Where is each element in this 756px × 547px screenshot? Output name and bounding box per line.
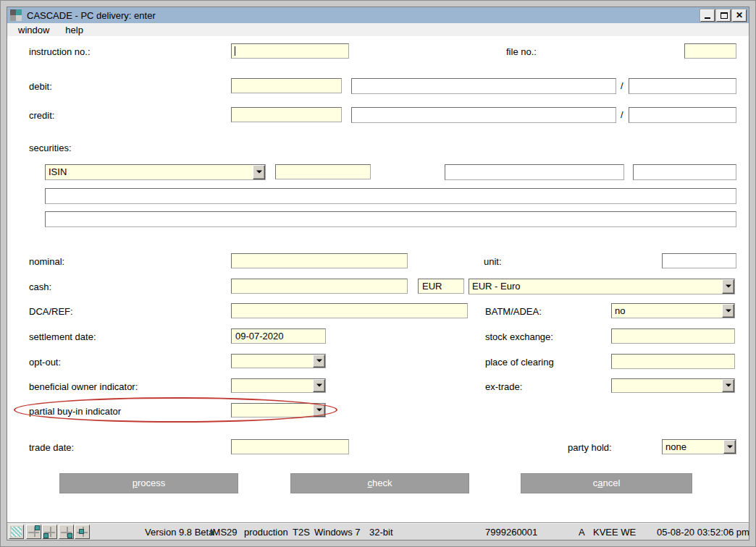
debit-label: debit:: [29, 81, 52, 93]
cash-amount-field[interactable]: [231, 279, 408, 294]
dca-ref-label: DCA/REF:: [29, 306, 73, 318]
debit-name-field[interactable]: [351, 78, 616, 94]
form-area: instruction no.: file no.: debit: / cred…: [7, 36, 749, 523]
status-arch: 32-bit: [369, 527, 393, 538]
status-mode: A: [579, 527, 585, 538]
partial-buyin-value: [232, 404, 313, 417]
window-arrange-bottom-right-button[interactable]: [59, 525, 74, 539]
securities-info1-field[interactable]: [445, 164, 624, 180]
chevron-down-icon[interactable]: [723, 440, 736, 454]
debit-account-field[interactable]: [231, 78, 342, 93]
maximize-button[interactable]: [716, 9, 731, 22]
securities-description1-field[interactable]: [45, 188, 736, 204]
settlement-date-label: settlement date:: [29, 331, 96, 343]
nominal-field[interactable]: [231, 253, 408, 268]
status-t2s: T2S: [293, 527, 310, 538]
minimize-button[interactable]: [700, 9, 715, 22]
close-button[interactable]: ✕: [732, 9, 747, 22]
instruction-no-label: instruction no.:: [29, 46, 91, 58]
menu-help[interactable]: help: [59, 24, 90, 36]
maximize-icon: [721, 12, 728, 19]
securities-label: securities:: [29, 143, 72, 154]
stock-exchange-field[interactable]: [611, 328, 735, 344]
credit-account-field[interactable]: [231, 107, 342, 122]
opt-out-label: opt-out:: [29, 357, 61, 368]
menu-bar: window help: [7, 23, 749, 36]
credit-separator: /: [621, 109, 623, 120]
securities-id-field[interactable]: [275, 164, 371, 179]
status-user: KVEE WE: [593, 527, 636, 538]
stock-exchange-label: stock exchange:: [485, 331, 553, 343]
cash-currency-field[interactable]: EUR: [418, 279, 464, 294]
instruction-no-field[interactable]: [231, 43, 349, 59]
minimize-icon: [705, 17, 710, 19]
place-of-clearing-label: place of clearing: [485, 357, 554, 368]
trade-date-field[interactable]: [231, 439, 349, 454]
cascade-app-icon: [10, 9, 22, 21]
chevron-down-icon[interactable]: [313, 379, 325, 392]
teal-square-icon: [67, 533, 72, 538]
text-caret: [235, 46, 235, 56]
status-bar: Version 9.8 Beta IMS29 production T2S Wi…: [7, 523, 749, 540]
credit-label: credit:: [29, 110, 54, 122]
currency-value: EUR - Euro: [469, 279, 722, 294]
unit-label: unit:: [484, 256, 502, 268]
window-title: CASCADE - PC delivery: enter: [27, 10, 156, 21]
partial-buyin-label: partial buy-in indicator: [29, 406, 121, 417]
chevron-down-icon[interactable]: [313, 404, 325, 417]
dca-ref-field[interactable]: [231, 303, 468, 318]
batm-adea-value: no: [612, 304, 722, 318]
party-hold-label: party hold:: [568, 442, 612, 454]
currency-combo[interactable]: EUR - Euro: [469, 279, 735, 294]
batm-adea-combo[interactable]: no: [611, 303, 735, 318]
securities-description2-field[interactable]: [45, 211, 736, 227]
app-window: CASCADE - PC delivery: enter ✕ window he…: [0, 0, 756, 547]
teal-square-icon: [43, 533, 49, 538]
chevron-down-icon[interactable]: [313, 355, 325, 368]
ex-trade-value: [612, 379, 722, 392]
window-pattern-button[interactable]: [9, 525, 24, 539]
menu-window[interactable]: window: [12, 24, 56, 36]
securities-type-combo[interactable]: ISIN: [45, 164, 266, 180]
file-no-field[interactable]: [684, 43, 736, 59]
close-icon: ✕: [733, 10, 746, 21]
teal-square-icon: [79, 529, 84, 534]
status-environment: production: [244, 527, 288, 538]
beneficial-owner-value: [232, 379, 313, 392]
place-of-clearing-field[interactable]: [611, 354, 735, 369]
beneficial-owner-label: beneficial owner indicator:: [29, 381, 138, 393]
party-hold-combo[interactable]: none: [662, 439, 736, 454]
ex-trade-label: ex-trade:: [485, 381, 522, 393]
debit-extra-field[interactable]: [629, 78, 736, 94]
chevron-down-icon[interactable]: [722, 279, 734, 294]
status-version: Version 9.8 Beta: [145, 527, 214, 538]
window-controls: ✕: [700, 9, 747, 22]
status-os: Windows 7: [314, 527, 361, 538]
cancel-button[interactable]: cancel: [521, 473, 692, 493]
nominal-label: nominal:: [29, 256, 64, 268]
debit-separator: /: [621, 80, 623, 91]
window-arrange-center-button[interactable]: [75, 525, 90, 539]
settlement-date-field[interactable]: 09-07-2020: [231, 328, 326, 344]
opt-out-combo[interactable]: [231, 354, 326, 368]
file-no-label: file no.:: [506, 46, 537, 58]
chevron-down-icon[interactable]: [722, 304, 734, 318]
cash-label: cash:: [29, 281, 51, 293]
checker-pattern-icon: [11, 527, 22, 537]
process-button[interactable]: process: [59, 473, 238, 493]
chevron-down-icon[interactable]: [722, 379, 734, 392]
chevron-down-icon[interactable]: [253, 165, 265, 179]
unit-field[interactable]: [662, 253, 736, 268]
securities-type-value: ISIN: [46, 165, 253, 179]
securities-info2-field[interactable]: [633, 164, 736, 180]
credit-name-field[interactable]: [351, 107, 616, 123]
partial-buyin-combo[interactable]: [231, 403, 326, 417]
credit-extra-field[interactable]: [629, 107, 736, 123]
ex-trade-combo[interactable]: [611, 378, 735, 393]
beneficial-owner-combo[interactable]: [231, 378, 326, 393]
window-arrange-bottom-left-button[interactable]: [42, 525, 57, 539]
status-ims: IMS29: [210, 527, 238, 538]
window-arrange-top-right-button[interactable]: [26, 525, 41, 539]
batm-adea-label: BATM/ADEA:: [485, 306, 542, 318]
check-button[interactable]: check: [290, 473, 469, 493]
